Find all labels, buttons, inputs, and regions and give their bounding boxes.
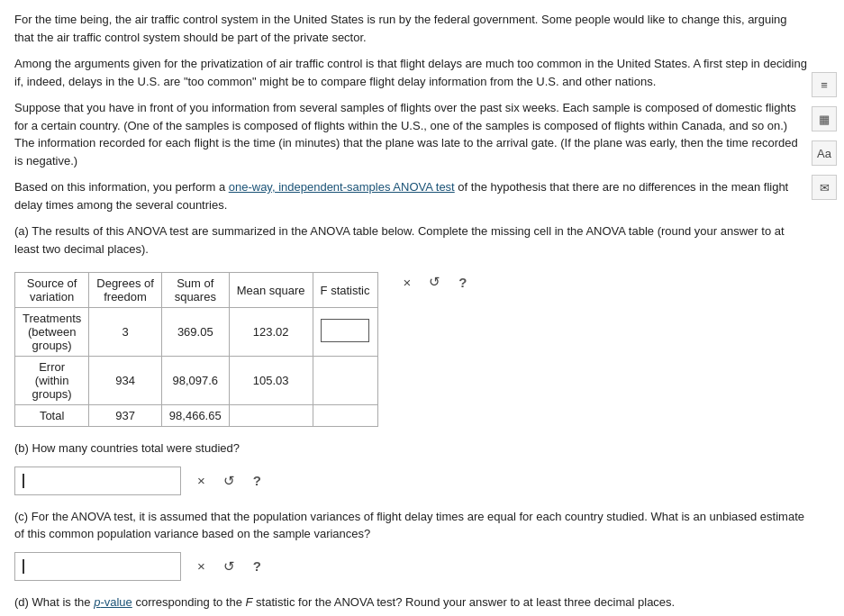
cell-f-error: [313, 357, 377, 405]
table-help-button[interactable]: ?: [455, 273, 470, 292]
part-a-section: (a) The results of this ANOVA test are s…: [14, 222, 807, 427]
part-c-clear-button[interactable]: ×: [194, 557, 209, 575]
part-d-section: (d) What is the p-value corresponding to…: [14, 593, 807, 617]
part-b-clear-button[interactable]: ×: [194, 471, 209, 490]
cell-ms-total: [229, 405, 313, 427]
part-b-section: (b) How many countries total were studie…: [14, 439, 807, 495]
anova-table-wrap: Source ofvariation Degrees offreedom Sum…: [14, 267, 807, 427]
sidebar-icon-mail[interactable]: ✉: [812, 175, 837, 200]
part-c-help-button[interactable]: ?: [250, 557, 265, 575]
col-f: F statistic: [313, 273, 377, 308]
part-b-label: (b) How many countries total were studie…: [14, 439, 807, 457]
sidebar-icons: ≡ ▦ Aa ✉: [812, 72, 837, 200]
cell-source-treatments: Treatments(betweengroups): [15, 308, 89, 357]
sidebar-icon-grid[interactable]: ▦: [812, 106, 837, 131]
cell-f-total: [313, 405, 377, 427]
part-b-answer-row: × ↺ ?: [14, 467, 807, 495]
part-c-undo-button[interactable]: ↺: [220, 557, 239, 576]
part-b-answer-box[interactable]: [14, 467, 181, 495]
part-d-label: (d) What is the p-value corresponding to…: [14, 593, 807, 611]
table-row-total: Total 937 98,466.65: [15, 405, 378, 427]
sidebar-icon-text[interactable]: Aa: [812, 140, 837, 166]
cell-df-treatments: 3: [89, 308, 162, 357]
cell-source-error: Error(withingroups): [15, 357, 89, 405]
table-btn-group: × ↺ ?: [400, 272, 471, 292]
pvalue-link: p-value: [94, 595, 132, 609]
paragraph-4: Based on this information, you perform a…: [14, 178, 807, 213]
cell-df-total: 937: [89, 405, 162, 427]
part-c-answer-box[interactable]: [14, 552, 181, 581]
cell-ms-treatments: 123.02: [229, 308, 313, 357]
paragraph-1: For the time being, the air traffic cont…: [14, 11, 807, 46]
sidebar-icon-list[interactable]: ≡: [812, 72, 837, 97]
anova-table: Source ofvariation Degrees offreedom Sum…: [14, 272, 378, 427]
part-b-help-button[interactable]: ?: [250, 471, 265, 490]
part-c-btn-group: × ↺ ?: [194, 557, 265, 576]
paragraph-2: Among the arguments given for the privat…: [14, 55, 807, 90]
paragraph-3: Suppose that you have in front of you in…: [14, 99, 807, 169]
col-ss: Sum ofsquares: [161, 273, 229, 308]
part-c-section: (c) For the ANOVA test, it is assumed th…: [14, 508, 807, 581]
table-clear-button[interactable]: ×: [400, 273, 415, 292]
table-row-treatments: Treatments(betweengroups) 3 369.05 123.0…: [15, 308, 378, 357]
col-df: Degrees offreedom: [89, 273, 162, 308]
anova-test-link[interactable]: one-way, independent-samples ANOVA test: [229, 180, 455, 194]
col-source: Source ofvariation: [15, 273, 89, 308]
cursor-b: [23, 474, 24, 488]
cell-ss-total: 98,466.65: [161, 405, 229, 427]
cell-ss-error: 98,097.6: [161, 357, 229, 405]
part-b-undo-button[interactable]: ↺: [220, 471, 239, 491]
part-b-btn-group: × ↺ ?: [194, 471, 265, 491]
part-c-answer-row: × ↺ ?: [14, 552, 807, 581]
cell-ss-treatments: 369.05: [161, 308, 229, 357]
table-undo-button[interactable]: ↺: [425, 272, 444, 292]
cursor-c: [23, 559, 24, 574]
cell-ms-error: 105.03: [229, 357, 313, 405]
cell-df-error: 934: [89, 357, 162, 405]
col-ms: Mean square: [229, 273, 313, 308]
part-c-label: (c) For the ANOVA test, it is assumed th…: [14, 508, 807, 543]
cell-source-total: Total: [15, 405, 89, 427]
table-row-error: Error(withingroups) 934 98,097.6 105.03: [15, 357, 378, 405]
cell-f-treatments[interactable]: [313, 308, 377, 357]
part-a-label: (a) The results of this ANOVA test are s…: [14, 222, 807, 258]
